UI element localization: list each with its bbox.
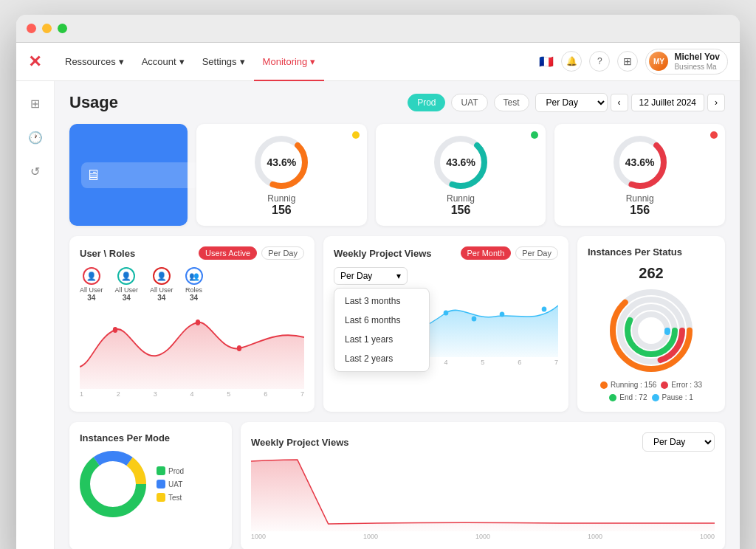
prev-date-button[interactable]: ‹ (611, 94, 628, 111)
env-test[interactable]: Test (494, 94, 529, 111)
next-date-button[interactable]: › (707, 94, 725, 111)
user-menu[interactable]: MY Michel Yov Business Ma (645, 49, 728, 74)
user-roles-actions: Users Active Per Day (199, 246, 304, 260)
gauge-label-3: Runnig (626, 193, 654, 204)
env-uat[interactable]: UAT (451, 94, 487, 111)
stat-all-user-1: 👤 All User 34 (80, 267, 103, 302)
env-prod[interactable]: Prod (408, 94, 445, 111)
svg-point-6 (113, 327, 117, 333)
weekly-bottom-header: Weekly Project Views Per Day Per Week Pe… (251, 432, 715, 452)
close-button[interactable] (27, 24, 36, 33)
status-indicator-yellow (352, 131, 360, 139)
sidebar-item-clock[interactable]: 🕐 (22, 124, 49, 151)
legend-running: Running : 156 (600, 381, 656, 389)
user-roles-title: User \ Roles (80, 248, 135, 259)
user-roles-header: User \ Roles Users Active Per Day (80, 246, 304, 260)
gauge-card-2: 43.6% Runnig 156 (376, 124, 546, 226)
navbar: ✕ Ressources ▾ Account ▾ Settings ▾ Moni… (16, 43, 740, 81)
weekly-views-actions: Per Month Per Day (461, 246, 559, 260)
date-nav: Per Day Per Week Per Month ‹ 12 Juillet … (535, 93, 725, 112)
weekly-views-title: Weekly Project Views (334, 248, 431, 259)
pause-dot (652, 394, 659, 401)
mode-donut-svg (80, 451, 146, 517)
instances-per-mode-card: Instances Per Mode (69, 422, 232, 549)
instances-status-title: Instances Per Status (588, 246, 682, 258)
legend-uat: UAT (157, 480, 184, 488)
chevron-down-icon: ▾ (310, 56, 315, 67)
stat-all-user-3: 👤 All User 34 (150, 267, 173, 302)
help-icon[interactable]: ? (589, 51, 610, 72)
nav-resources[interactable]: Ressources ▾ (56, 43, 133, 81)
svg-point-15 (542, 307, 547, 312)
chevron-down-icon: ▾ (396, 271, 401, 281)
test-color (157, 493, 165, 502)
legend-prod: Prod (157, 466, 184, 475)
svg-point-22 (635, 314, 667, 347)
user-icon-red: 👤 (153, 267, 171, 285)
donut-legend: Running : 156 Error : 33 End : 72 (588, 381, 715, 401)
gauge-label-1: Runnig (267, 193, 295, 204)
traffic-lights (27, 24, 67, 33)
stat-icons-row: 👤 All User 34 👤 All User 34 👤 All User (80, 267, 304, 302)
weekly-bottom-select[interactable]: Per Day Per Week Per Month (642, 432, 715, 452)
sidebar-item-grid[interactable]: ⊞ (22, 90, 49, 117)
header-actions: Prod UAT Test Per Day Per Week Per Month… (408, 93, 725, 112)
x-axis-labels: 12 34 56 7 (80, 390, 304, 398)
weekly-bottom-svg (251, 458, 715, 531)
per-month-pill[interactable]: Per Month (461, 246, 512, 260)
status-indicator-red (710, 131, 718, 139)
svg-point-13 (472, 317, 477, 322)
app-icon: 🖥 (81, 162, 199, 188)
grid-icon[interactable]: ⊞ (617, 51, 638, 72)
stat-all-user-2: 👤 All User 34 (115, 267, 139, 302)
weekly-bottom-title: Weekly Project Views (251, 437, 348, 448)
dropdown-last3months[interactable]: Last 3 months (334, 291, 429, 311)
period-dropdown[interactable]: Per Day ▾ (334, 267, 408, 285)
dropdown-wrapper: Per Day ▾ Last 3 months Last 6 months La… (334, 267, 558, 285)
nav-settings[interactable]: Settings ▾ (193, 43, 254, 81)
instances-per-status-card: Instances Per Status 262 (577, 236, 725, 412)
weekly-views-bottom-card: Weekly Project Views Per Day Per Week Pe… (241, 422, 725, 549)
per-day-pill[interactable]: Per Day (261, 246, 304, 260)
nav-monitoring[interactable]: Monitoring ▾ (254, 43, 325, 81)
svg-point-12 (444, 311, 449, 316)
main-layout: ⊞ 🕐 ↺ Usage Prod UAT Test Per Day Per We… (16, 81, 740, 549)
gauge-3: 43.6% (611, 133, 670, 192)
legend-pause: Pause : 1 (652, 393, 693, 401)
running-dot (600, 381, 608, 389)
instances-count: 262 (639, 265, 663, 282)
dropdown-last2years[interactable]: Last 2 years (334, 349, 429, 368)
user-info: Michel Yov Business Ma (674, 52, 720, 71)
sidebar-item-refresh[interactable]: ↺ (22, 158, 49, 184)
logo-icon[interactable]: ✕ (28, 52, 41, 72)
user-icon-pink: 👤 (83, 267, 100, 285)
period-select[interactable]: Per Day Per Week Per Month (535, 93, 608, 112)
alert-icon[interactable]: 🔔 (561, 51, 582, 72)
user-icon-teal: 👤 (117, 267, 135, 285)
user-roles-chart: User \ Roles Users Active Per Day 👤 All … (69, 236, 315, 412)
end-dot (609, 394, 616, 401)
language-flag-icon[interactable]: 🇫🇷 (539, 55, 554, 69)
dropdown-last1year[interactable]: Last 1 years (334, 330, 429, 349)
nav-account[interactable]: Account ▾ (133, 43, 193, 81)
per-day-pill-2[interactable]: Per Day (515, 246, 558, 260)
status-indicator-green (531, 131, 538, 139)
chevron-down-icon: ▾ (179, 56, 185, 67)
gauge-percent-1: 43.6% (267, 156, 296, 168)
instances-status-donut: 262 (588, 265, 715, 401)
users-active-pill[interactable]: Users Active (199, 246, 257, 260)
svg-point-14 (500, 312, 505, 317)
weekly-project-views-chart: Weekly Project Views Per Month Per Day P… (323, 236, 568, 412)
nav-actions: 🇫🇷 🔔 ? ⊞ MY Michel Yov Business Ma (539, 49, 728, 74)
charts-row: User \ Roles Users Active Per Day 👤 All … (69, 236, 725, 412)
app-stat-card: 🖥 Application 336 Instances 262 (69, 124, 188, 226)
titlebar (16, 15, 740, 43)
app-window: ✕ Ressources ▾ Account ▾ Settings ▾ Moni… (16, 15, 740, 549)
mode-donut-container: Prod UAT Test (80, 451, 221, 517)
gauge-percent-2: 43.6% (446, 156, 475, 168)
content-area: Usage Prod UAT Test Per Day Per Week Per… (55, 81, 740, 549)
maximize-button[interactable] (58, 24, 67, 33)
dropdown-last6months[interactable]: Last 6 months (334, 311, 429, 330)
weekly-views-header: Weekly Project Views Per Month Per Day (334, 246, 558, 260)
minimize-button[interactable] (42, 24, 52, 33)
